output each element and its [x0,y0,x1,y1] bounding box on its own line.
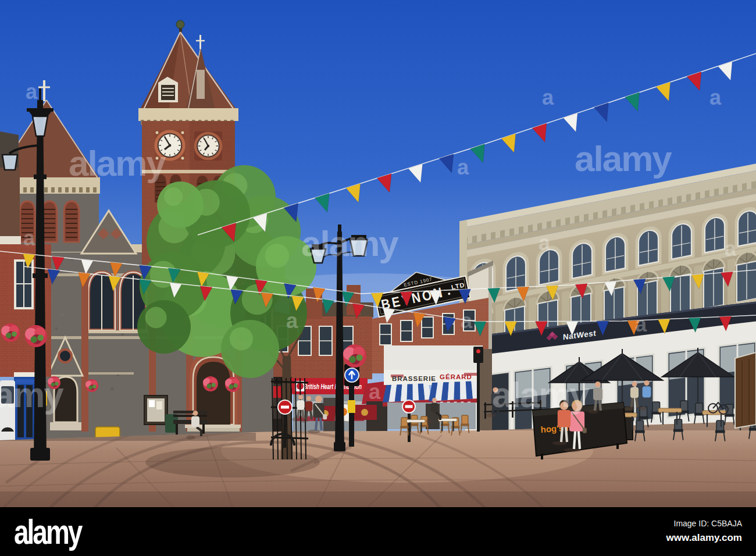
dentil [519,226,523,234]
awning-stripe [460,382,466,400]
dentil [509,228,514,236]
flowers [207,384,212,389]
dentil [658,199,663,207]
dentil [86,187,90,193]
awning-stripe [407,384,413,401]
dentil [723,187,728,195]
alamy-logo: alamy [14,511,81,552]
flowers [31,336,37,343]
foliage [157,181,204,228]
dentil [714,188,719,197]
watermark-mark: a [23,226,35,250]
dentil [44,187,48,193]
dentil [751,181,756,189]
dentil [621,206,626,215]
cafe-table[interactable] [406,419,425,423]
cafe-chair[interactable] [675,419,682,430]
awning-stripe [413,384,419,401]
dentil [584,213,589,222]
dentil [79,187,83,193]
flowers [6,333,12,338]
photo: NatWest [0,0,756,507]
dentil [640,203,644,211]
dentil [491,231,495,240]
watermark-mark: a [461,309,473,333]
watermark-text: alamy [69,143,166,183]
alamy-url: www.alamy.com [666,530,742,546]
dentil [30,187,34,193]
dentil [593,212,598,220]
yellow-band [348,400,355,413]
lantern [33,116,48,136]
flowers [89,386,93,390]
watermark-mark: a [369,380,381,404]
watermark-text: alamy [492,375,590,415]
cafe-table[interactable] [658,408,682,412]
flowers [349,356,356,363]
louvre [64,201,79,242]
watermark-text: alamy [575,138,672,179]
window [738,209,756,247]
tree-shadow [145,447,320,477]
dentil [696,192,700,200]
watermark-text: alamy [0,375,64,415]
dentil [556,219,561,227]
watermark-mark: a [26,80,38,104]
foliage [221,320,279,378]
dentil [537,223,542,231]
cafe-chair[interactable] [716,420,724,432]
brown-door [735,352,756,428]
awning-stripe [454,382,461,400]
watermark-mark: a [539,231,551,255]
dentil [72,187,76,193]
watermark-mark: a [635,312,647,336]
dentil [742,183,747,191]
dentil [58,187,62,193]
dentil [705,190,709,198]
dentil [93,187,97,193]
dentil [602,210,607,218]
dentil [686,194,691,202]
dentil [500,230,505,238]
flowers [356,354,362,361]
alamy-footer-bar: alamy Image ID: C5BAJA www.alamy.com [0,507,756,556]
cafe-chair[interactable] [462,415,468,425]
image-id: Image ID: C5BAJA [666,518,742,530]
dentil [23,187,27,193]
dentil [482,233,486,241]
dentil [65,187,69,193]
clock-face-right [194,131,222,161]
dentil [575,215,579,223]
brasserie-sign-word2: GÉRARD [440,373,472,380]
brasserie-sign-word1: BRASSERIE [392,375,436,382]
watermark-mark: a [709,85,722,109]
flowers [37,335,44,341]
dentil [547,221,551,229]
watermark-mark: a [542,85,554,109]
dentil [630,205,635,213]
flowers [229,384,234,389]
flowers [92,385,96,389]
watermark-mark: a [457,155,469,179]
flowers [212,383,216,387]
cafe-chair[interactable] [696,403,703,414]
flowers [12,332,17,337]
dentil [51,187,55,193]
dentil [733,185,737,193]
watermark-mark: a [725,237,737,261]
alamy-stock-photo-page: NatWest [0,0,756,556]
dentil [472,236,477,244]
flowers [234,383,238,387]
notice-board [144,395,167,425]
dentil [528,224,533,233]
cafe-chair[interactable] [636,420,644,432]
foliage [137,300,191,354]
town-square-photo: NatWest [0,0,756,507]
dentil [668,197,672,205]
dentil [565,218,570,226]
lantern [2,155,17,170]
dentil [677,195,682,204]
watermark-text: alamy [301,223,399,263]
dentil [649,201,654,209]
dentil [612,208,616,216]
